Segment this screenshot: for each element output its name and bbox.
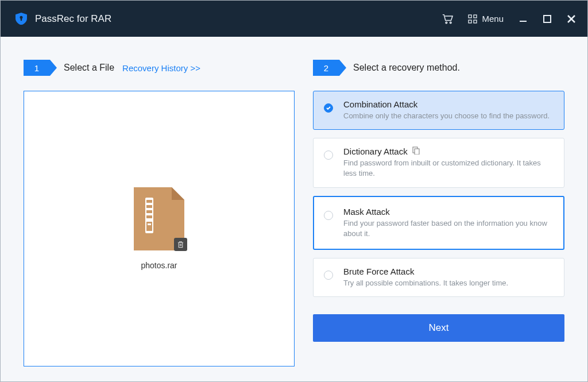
method-body: Brute Force AttackTry all possible combi…: [343, 267, 552, 288]
step1-number: 1: [24, 60, 50, 76]
recovery-history-link[interactable]: Recovery History >>: [122, 63, 200, 73]
svg-rect-5: [474, 15, 477, 18]
file-drop-zone[interactable]: photos.rar: [24, 91, 295, 366]
svg-rect-17: [146, 222, 152, 231]
method-card-1[interactable]: Dictionary AttackFind password from inbu…: [313, 138, 564, 187]
dictionary-file-icon[interactable]: [412, 146, 420, 156]
step1-header: 1 Select a File Recovery History >>: [24, 60, 295, 76]
svg-rect-7: [474, 20, 477, 23]
step2-header: 2 Select a recovery method.: [313, 60, 564, 76]
titlebar-actions: Menu: [442, 14, 576, 24]
next-button[interactable]: Next: [313, 314, 564, 342]
method-title-text: Mask Attack: [343, 207, 390, 217]
svg-rect-1: [21, 18, 22, 21]
close-button[interactable]: [567, 14, 576, 24]
svg-rect-9: [544, 16, 551, 22]
svg-rect-14: [146, 205, 152, 208]
main-content: 1 Select a File Recovery History >>: [1, 37, 587, 381]
svg-rect-4: [469, 15, 471, 18]
svg-rect-6: [469, 20, 471, 23]
file-icon: [134, 187, 184, 250]
menu-label: Menu: [482, 14, 504, 24]
method-card-3[interactable]: Brute Force AttackTry all possible combi…: [313, 258, 564, 297]
method-title-text: Brute Force Attack: [343, 267, 414, 276]
left-column: 1 Select a File Recovery History >>: [24, 60, 295, 366]
method-desc: Find password from inbuilt or customized…: [343, 158, 552, 179]
svg-rect-20: [415, 149, 419, 155]
method-card-2[interactable]: Mask AttackFind your password faster bas…: [313, 196, 564, 250]
delete-file-button[interactable]: [174, 238, 187, 251]
titlebar: PassRec for RAR Menu: [1, 1, 587, 37]
svg-point-3: [450, 22, 452, 24]
method-title: Dictionary Attack: [343, 146, 552, 156]
method-title: Mask Attack: [343, 207, 552, 217]
radio-icon: [324, 211, 333, 220]
app-title: PassRec for RAR: [35, 13, 442, 25]
right-column: 2 Select a recovery method. Combination …: [313, 60, 564, 366]
svg-rect-16: [146, 215, 152, 218]
method-body: Mask AttackFind your password faster bas…: [343, 207, 552, 239]
method-body: Combination AttackCombine only the chara…: [343, 99, 552, 121]
recovery-methods-list: Combination AttackCombine only the chara…: [313, 91, 564, 297]
svg-rect-13: [146, 200, 152, 203]
shield-icon: [16, 13, 27, 25]
cart-icon[interactable]: [442, 14, 453, 24]
method-title-text: Combination Attack: [343, 99, 417, 109]
maximize-button[interactable]: [543, 14, 552, 24]
minimize-button[interactable]: [519, 14, 528, 24]
method-title: Brute Force Attack: [343, 267, 552, 276]
file-name: photos.rar: [141, 261, 177, 270]
svg-rect-15: [146, 210, 152, 213]
method-title: Combination Attack: [343, 99, 552, 109]
menu-button[interactable]: Menu: [468, 14, 504, 24]
method-desc: Try all possible combinations. It takes …: [343, 278, 552, 288]
svg-rect-18: [148, 223, 151, 225]
method-body: Dictionary AttackFind password from inbu…: [343, 146, 552, 179]
method-title-text: Dictionary Attack: [343, 146, 408, 156]
step2-title: Select a recovery method.: [353, 63, 460, 73]
step2-number: 2: [313, 60, 339, 76]
step1-title: Select a File: [64, 63, 114, 73]
method-card-0[interactable]: Combination AttackCombine only the chara…: [313, 91, 564, 130]
radio-icon: [324, 151, 333, 160]
method-desc: Find your password faster based on the i…: [343, 218, 552, 239]
radio-icon: [324, 103, 333, 113]
svg-point-2: [446, 22, 448, 24]
radio-icon: [324, 271, 333, 280]
method-desc: Combine only the characters you choose t…: [343, 111, 552, 121]
